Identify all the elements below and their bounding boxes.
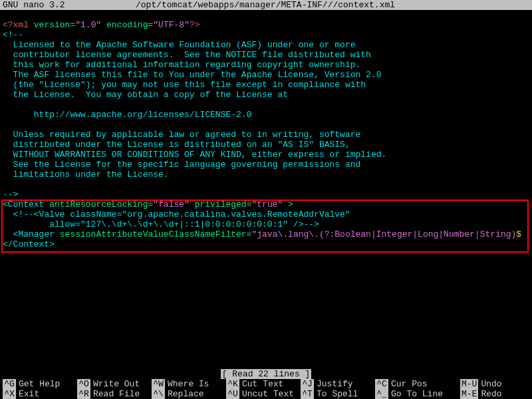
shortcut-label: Replace (168, 389, 204, 399)
editor-area[interactable]: <?xml version="1.0" encoding="UTF-8"?> <… (0, 10, 532, 249)
line-continuation-icon: $ (516, 229, 521, 239)
shortcut-label: Where Is (168, 379, 209, 389)
license-line: (the "License"); you may not use this fi… (3, 80, 529, 90)
shortcut-item: ^RRead File (77, 389, 152, 399)
shortcut-label: Get Help (19, 379, 60, 389)
shortcut-key: M-U (460, 379, 478, 389)
license-line: Unless required by applicable law or agr… (3, 130, 529, 140)
valve-comment-2: allow="127\.\d+\.\d+\.\d+|::1|0:0:0:0:0:… (3, 219, 319, 229)
shortcut-bar: ^GGet Help^OWrite Out^WWhere Is^KCut Tex… (0, 379, 532, 399)
comment-open: <!-- (3, 30, 23, 40)
manager-open: <Manager (3, 229, 55, 239)
shortcut-label: To Spell (317, 389, 358, 399)
shortcut-key: ^_ (375, 389, 388, 399)
license-line (3, 120, 529, 130)
valve-comment-1: <!--<Valve className="org.apache.catalin… (3, 209, 350, 219)
license-line: WITHOUT WARRANTIES OR CONDITIONS OF ANY … (3, 150, 529, 160)
shortcut-item: ^WWhere Is (152, 379, 226, 389)
shortcut-item: ^CCur Pos (375, 379, 460, 389)
shortcut-label: Justify (317, 379, 353, 389)
status-text: [ Read 22 lines ] (221, 369, 312, 379)
shortcut-key: ^\ (152, 389, 165, 399)
license-line (3, 100, 529, 110)
shortcut-item: ^UUncut Text (226, 389, 301, 399)
shortcut-label: Write Out (93, 379, 140, 389)
shortcut-key: ^U (226, 389, 239, 399)
xml-decl-open: <?xml (3, 20, 29, 30)
license-block: Licensed to the Apache Software Foundati… (3, 40, 529, 180)
shortcut-key: ^C (375, 379, 388, 389)
shortcut-key: ^O (77, 379, 90, 389)
shortcut-item: ^JJustify (301, 379, 375, 389)
shortcut-label: Exit (19, 389, 39, 399)
shortcut-label: Cur Pos (391, 379, 428, 389)
shortcut-key: ^J (301, 379, 314, 389)
shortcut-label: Cut Text (242, 379, 283, 389)
shortcut-key: ^X (3, 389, 16, 399)
shortcut-item: ^GGet Help (3, 379, 77, 389)
shortcut-key: ^R (77, 389, 90, 399)
license-line: contributor license agreements. See the … (3, 50, 529, 60)
shortcut-item: ^_Go To Line (375, 389, 460, 399)
license-line: See the License for the specific languag… (3, 160, 529, 170)
context-close: </Context> (3, 239, 55, 249)
license-line: distributed under the License is distrib… (3, 140, 529, 150)
shortcut-label: Read File (93, 389, 140, 399)
shortcut-item: M-ERedo (460, 389, 513, 399)
shortcut-label: Undo (481, 379, 501, 389)
shortcut-label: Redo (481, 389, 501, 399)
shortcut-item: M-UUndo (460, 379, 513, 389)
shortcut-key: ^W (152, 379, 165, 389)
shortcut-key: ^G (3, 379, 16, 389)
shortcut-item: ^OWrite Out (77, 379, 152, 389)
file-path: /opt/tomcat/webapps/manager/META-INF///c… (136, 0, 529, 10)
license-line: the License. You may obtain a copy of th… (3, 90, 529, 100)
shortcut-label: Uncut Text (242, 389, 294, 399)
license-line: limitations under the License. (3, 170, 529, 180)
shortcut-key: M-E (460, 389, 478, 399)
license-line: this work for additional information reg… (3, 60, 529, 70)
shortcut-label: Go To Line (391, 389, 443, 399)
shortcut-item: ^TTo Spell (301, 389, 375, 399)
context-open: <Context (3, 200, 44, 209)
app-name: GNU nano 3.2 (3, 0, 136, 10)
status-line: [ Read 22 lines ] (0, 369, 532, 379)
shortcut-key: ^K (226, 379, 239, 389)
license-line: The ASF licenses this file to You under … (3, 70, 529, 80)
shortcut-item: ^\Replace (152, 389, 226, 399)
shortcut-item: ^KCut Text (226, 379, 301, 389)
shortcut-item: ^XExit (3, 389, 77, 399)
title-bar: GNU nano 3.2 /opt/tomcat/webapps/manager… (0, 0, 532, 10)
shortcut-key: ^T (301, 389, 314, 399)
comment-close: --> (3, 190, 18, 200)
license-line: Licensed to the Apache Software Foundati… (3, 40, 529, 50)
license-line: http://www.apache.org/licenses/LICENSE-2… (3, 110, 529, 120)
